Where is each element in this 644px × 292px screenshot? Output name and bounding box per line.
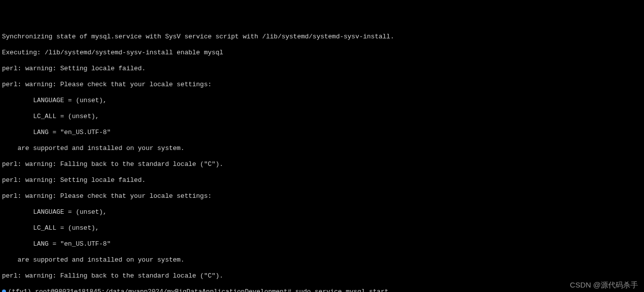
terminal-output-line: LC_ALL = (unset), [2,224,642,232]
terminal-output-line: perl: warning: Please check that your lo… [2,81,642,89]
status-dot-icon [2,290,6,292]
terminal-output-line: Synchronizing state of mysql.service wit… [2,33,642,41]
terminal-output-line: perl: warning: Falling back to the stand… [2,160,642,168]
terminal-output-line: LANG = "en_US.UTF-8" [2,129,642,137]
terminal-output-line: LC_ALL = (unset), [2,113,642,121]
terminal-output-line: LANGUAGE = (unset), [2,208,642,216]
terminal-output-line: are supported and installed on your syst… [2,256,642,264]
terminal-prompt-line[interactable]: (tfv1) root@98031e181845:/data/myapp2024… [2,288,642,292]
terminal-output-line: perl: warning: Setting locale failed. [2,176,642,184]
terminal-output-line: perl: warning: Setting locale failed. [2,65,642,73]
terminal-command: (tfv1) root@98031e181845:/data/myapp2024… [8,288,389,292]
watermark-label: CSDN @源代码杀手 [570,281,638,289]
terminal-output-line: perl: warning: Falling back to the stand… [2,272,642,280]
terminal-output-line: are supported and installed on your syst… [2,145,642,152]
terminal-output-line: Executing: /lib/systemd/systemd-sysv-ins… [2,49,642,57]
terminal-output-line: LANGUAGE = (unset), [2,97,642,105]
terminal-output-line: LANG = "en_US.UTF-8" [2,240,642,248]
terminal-output-line: perl: warning: Please check that your lo… [2,192,642,200]
